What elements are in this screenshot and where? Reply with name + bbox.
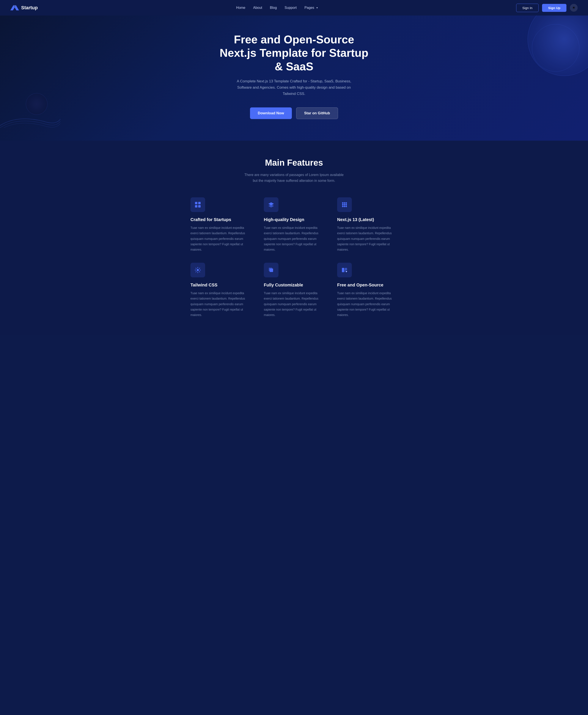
features-title: Main Features	[13, 158, 575, 168]
features-header: Main Features There are many variations …	[13, 158, 575, 184]
feature-item-tailwind-css: Tailwind CSS Tuae nam ex similique incid…	[190, 263, 251, 318]
signin-button[interactable]: Sign In	[516, 4, 539, 12]
chevron-down-icon: ▾	[316, 6, 318, 9]
svg-point-13	[344, 206, 345, 207]
feature-item-nextjs-latest: Next.js 13 (Latest) Tuae nam ex similiqu…	[337, 197, 398, 252]
nav-home[interactable]: Home	[236, 6, 246, 10]
dots-icon	[337, 197, 352, 212]
svg-rect-18	[342, 268, 344, 272]
feature-desc-nextjs-latest: Tuae nam ex similique incidunt expedita …	[337, 225, 398, 252]
nav-links: Home About Blog Support Pages ▾	[236, 6, 318, 10]
nav-pages-dropdown[interactable]: Pages ▾	[304, 6, 317, 10]
feature-item-fully-customizable: Fully Customizable Tuae nam ex similique…	[264, 263, 324, 318]
svg-rect-2	[195, 205, 197, 208]
svg-rect-17	[269, 268, 272, 271]
feature-desc-high-quality-design: Tuae nam ex similique incidunt expedita …	[264, 225, 324, 252]
svg-point-11	[345, 204, 347, 206]
svg-point-7	[344, 202, 345, 204]
feature-title-fully-customizable: Fully Customizable	[264, 282, 324, 288]
feature-title-high-quality-design: High-quality Design	[264, 217, 324, 222]
feature-item-high-quality-design: High-quality Design Tuae nam ex similiqu…	[264, 197, 324, 252]
nav-blog[interactable]: Blog	[270, 6, 277, 10]
nav-support[interactable]: Support	[285, 6, 297, 10]
svg-rect-0	[195, 202, 197, 204]
feature-item-crafted-startups: Crafted for Startups Tuae nam ex similiq…	[190, 197, 251, 252]
grid-icon	[190, 197, 205, 212]
hero-decoration-circle-outline	[532, 24, 580, 71]
svg-marker-5	[268, 205, 274, 208]
svg-point-12	[342, 206, 343, 207]
svg-rect-3	[198, 205, 201, 208]
feature-title-nextjs-latest: Next.js 13 (Latest)	[337, 217, 398, 222]
feature-title-tailwind-css: Tailwind CSS	[190, 282, 251, 288]
hero-buttons: Download Now Star on GitHub	[250, 107, 338, 119]
svg-point-9	[342, 204, 343, 206]
download-now-button[interactable]: Download Now	[250, 107, 292, 119]
svg-rect-1	[198, 202, 201, 204]
feature-title-crafted-startups: Crafted for Startups	[190, 217, 251, 222]
nav-actions: Sign In Sign Up ☀	[516, 4, 578, 12]
gear-icon	[190, 263, 205, 277]
logo-icon	[10, 4, 19, 11]
logo[interactable]: Startup	[10, 4, 38, 11]
copy-icon	[264, 263, 278, 277]
signup-button[interactable]: Sign Up	[542, 4, 566, 12]
logo-text: Startup	[21, 5, 38, 10]
hero-subtitle: A Complete Next.js 13 Template Crafted f…	[234, 78, 354, 97]
navbar: Startup Home About Blog Support Pages ▾ …	[0, 0, 588, 16]
svg-point-8	[345, 202, 347, 204]
feature-desc-crafted-startups: Tuae nam ex similique incidunt expedita …	[190, 225, 251, 252]
star-github-button[interactable]: Star on GitHub	[296, 107, 338, 119]
feature-desc-free-open-source: Tuae nam ex similique incidunt expedita …	[337, 291, 398, 318]
hero-section: Free and Open-Source Next.js Template fo…	[0, 16, 588, 141]
feature-desc-fully-customizable: Tuae nam ex similique incidunt expedita …	[264, 291, 324, 318]
svg-point-15	[197, 269, 199, 271]
theme-toggle-button[interactable]: ☀	[570, 4, 578, 12]
feature-title-free-open-source: Free and Open-Source	[337, 282, 398, 288]
features-grid: Crafted for Startups Tuae nam ex similiq…	[190, 197, 398, 318]
hero-title: Free and Open-Source Next.js Template fo…	[218, 33, 370, 73]
sun-icon: ☀	[572, 5, 575, 10]
feature-desc-tailwind-css: Tuae nam ex similique incidunt expedita …	[190, 291, 251, 318]
features-section: Main Features There are many variations …	[0, 141, 588, 335]
openbook-icon	[337, 263, 352, 277]
features-subtitle: There are many variations of passages of…	[13, 172, 575, 184]
svg-point-10	[344, 204, 345, 206]
svg-point-6	[342, 202, 343, 204]
layers-icon	[264, 197, 278, 212]
nav-about[interactable]: About	[253, 6, 262, 10]
hero-decoration-lines	[0, 110, 60, 128]
svg-point-14	[345, 206, 347, 207]
feature-item-free-open-source: Free and Open-Source Tuae nam ex similiq…	[337, 263, 398, 318]
